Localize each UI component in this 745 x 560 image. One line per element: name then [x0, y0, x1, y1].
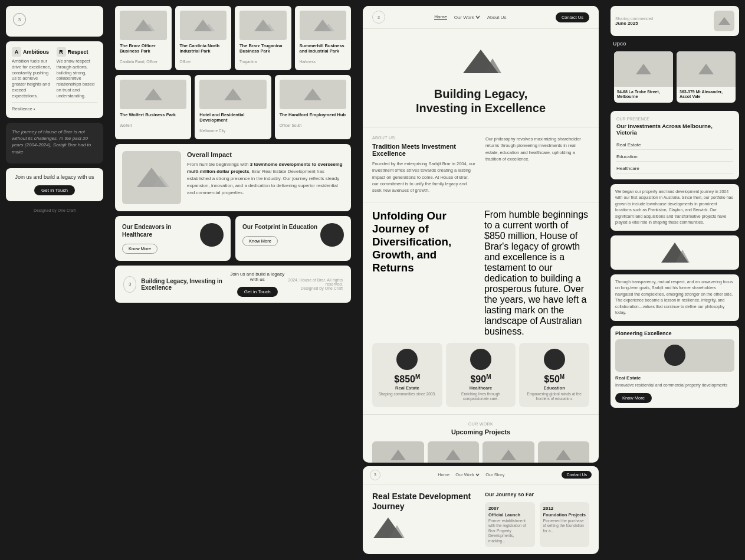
- pioneering-circle: [664, 345, 685, 366]
- wf-footer-right-text: 2024. House of Brar. All rights reserved…: [285, 278, 343, 290]
- stats-desc-col: From humble beginnings to a current wort…: [484, 209, 589, 337]
- mountain-icon-right-large: [660, 241, 690, 264]
- wf-cta-block: Join us and build a legacy with us Get i…: [229, 271, 285, 297]
- mountain-icon-4: [142, 86, 165, 103]
- stats-title: Unfolding Our Journey of Diversification…: [372, 209, 477, 274]
- project-name-0: The Brarz Officer Business Park: [120, 43, 167, 54]
- mosaic-layout: 3 A Ambitious Ambition fuels our drive f…: [0, 0, 745, 560]
- second-nav-contact-btn[interactable]: Contact Us: [562, 471, 592, 479]
- journey-so-far: Our Journey so Far: [485, 492, 589, 497]
- value-ambitious: A Ambitious Ambition fuels our drive for…: [12, 47, 53, 99]
- endeavor-healthcare-circle: [200, 223, 224, 247]
- endeavor-healthcare-btn[interactable]: Know More: [122, 244, 157, 254]
- mountain-icon-3: [311, 17, 334, 34]
- nav-contact-btn[interactable]: Contact Us: [556, 12, 589, 22]
- endeavor-healthcare-text: Our Endeavors in Healthcare Know More: [122, 223, 200, 254]
- project-name-6: The Handford Employment Hub: [280, 112, 346, 117]
- upcoming-proj-2: Business and Industrial Site on Cardinia…: [483, 441, 534, 462]
- nav-link-home[interactable]: Home: [434, 14, 447, 20]
- second-nav-links: Home Our Work Our Story: [438, 472, 504, 477]
- upcoming-projects-row: 54-68 La Trobe Street, Melbourne 363-379…: [372, 441, 589, 462]
- pioneering-image: [615, 339, 734, 372]
- mountain-icon-rp0: [635, 63, 652, 76]
- svg-marker-9: [224, 89, 242, 100]
- upcoming-proj-img-0: [372, 441, 424, 462]
- stat-desc-2: Empowering global minds at the frontiers…: [525, 392, 583, 402]
- sharing-label: Sharing commenced: [615, 17, 653, 21]
- upcoming-proj-1: 363-379 Mt Alexander, Ascot Vale: [428, 441, 480, 462]
- endeavor-healthcare: Our Endeavors in Healthcare Know More: [115, 216, 231, 261]
- project-location-4: Wolfert: [120, 123, 132, 127]
- real-estate-know-more-btn[interactable]: Know More: [615, 393, 652, 403]
- right-panel: Sharing commenced June 2025 Upco 54-6: [605, 0, 745, 560]
- project-image-4: [120, 80, 186, 109]
- pioneering-title: Pioneering Excellence: [615, 330, 734, 336]
- timeline-label-1: Foundation Projects: [543, 512, 586, 518]
- oir-title: Our Investments Across Melbourne, Victor…: [616, 123, 733, 136]
- upcoming-proj-img-3: [538, 441, 590, 462]
- wf-get-in-touch-btn[interactable]: Get in Touch: [237, 287, 278, 297]
- about-title: Tradition Meets Investment Excellence: [372, 143, 476, 157]
- mountain-icon-up3: [554, 448, 572, 461]
- svg-marker-8: [145, 89, 162, 100]
- stat-amount-1: $90M: [452, 374, 510, 385]
- stat-circle-2: [544, 349, 565, 370]
- mountain-icon-share: [718, 17, 731, 26]
- project-name-4: The Wolfert Business Park: [120, 112, 186, 117]
- stats-header: Unfolding Our Journey of Diversification…: [372, 209, 589, 337]
- impact-image: [122, 151, 181, 204]
- sharing-date: June 2025: [615, 21, 653, 26]
- website-hero: Building Legacy, Investing in Excellence: [363, 29, 599, 127]
- mountain-icon-0: [132, 17, 155, 34]
- endeavor-education-btn[interactable]: Know More: [242, 236, 278, 246]
- mountain-icon-2: [251, 17, 275, 34]
- second-hero-title: Real Estate Development Journey: [372, 492, 477, 512]
- upcoming-label: OUR WORK: [372, 422, 589, 426]
- endeavor-education-text: Our Footprint in Education Know More: [242, 223, 317, 246]
- right-proj-1: 363-379 Mt Alexander, Ascot Vale: [677, 51, 736, 103]
- project-name-3: Summerhill Business and Industrial Park: [300, 43, 347, 54]
- second-nav-ourstory[interactable]: Our Story: [485, 472, 504, 477]
- second-nav: 3 Home Our Work Our Story Contact Us: [363, 466, 599, 484]
- logo-card: 3: [6, 6, 103, 37]
- timeline-label-0: Official Launch: [488, 512, 531, 518]
- sharing-card: Sharing commenced June 2025: [611, 6, 739, 36]
- nav-links: Home Our Work About Us: [434, 14, 506, 20]
- second-nav-ourwork[interactable]: Our Work: [455, 472, 480, 477]
- logo-circle: 3: [13, 13, 26, 26]
- right-proj-info-1: 363-379 Mt Alexander, Ascot Vale: [677, 87, 736, 103]
- project-name-1: The Cardinia North Industrial Park: [180, 43, 227, 54]
- right-proj-img-1: [677, 51, 736, 87]
- endeavor-education: Our Footprint in Education Know More: [235, 216, 351, 261]
- project-card-1: The Cardinia North Industrial Park Offic…: [175, 6, 232, 70]
- svg-marker-15: [390, 450, 406, 460]
- timeline-desc-1: Pioneered the purchase of setting the fo…: [543, 519, 586, 533]
- oir-item-2: Healthcare: [616, 164, 733, 173]
- value-letter-a: A: [12, 47, 21, 57]
- stat-amount-0: $850M: [378, 374, 437, 385]
- impact-text: Overall Impact From humble beginnings wi…: [187, 151, 344, 204]
- oir-items-list: Real Estate Education Healthcare: [616, 140, 733, 173]
- nav-link-about[interactable]: About Us: [487, 15, 507, 20]
- oir-item-1: Education: [616, 152, 733, 162]
- get-in-touch-button-left[interactable]: Get in Touch: [34, 185, 75, 195]
- second-nav-home[interactable]: Home: [438, 472, 449, 477]
- second-nav-logo: 3: [370, 470, 380, 480]
- project-image-3: [300, 11, 347, 40]
- upcoming-proj-img-1: [428, 441, 480, 462]
- journey-card: The journey of House of Brar is not with…: [6, 123, 103, 163]
- value-resilience: Resilience •: [12, 102, 97, 112]
- nav-link-ourwork[interactable]: Our Work: [454, 15, 480, 20]
- website-nav: 3 Home Our Work About Us Contact Us: [363, 6, 599, 29]
- second-hero-text: Real Estate Development Journey: [372, 492, 477, 543]
- stat-label-1: Healthcare: [452, 385, 510, 391]
- chevron-down-icon-2: [475, 473, 480, 477]
- project-location-6: Officer South: [280, 123, 302, 127]
- website-preview: 3 Home Our Work About Us Contact Us: [363, 6, 599, 463]
- stat-desc-1: Enriching lives through compassionate ca…: [452, 392, 510, 402]
- upcoming-title: Upcoming Projects: [372, 428, 589, 435]
- endeavor-education-circle: [320, 223, 344, 247]
- hero-mountain-icon: [460, 47, 501, 77]
- second-hero: Real Estate Development Journey Our Jour…: [363, 484, 599, 554]
- about-col-left: ABOUT US Tradition Meets Investment Exce…: [372, 136, 476, 194]
